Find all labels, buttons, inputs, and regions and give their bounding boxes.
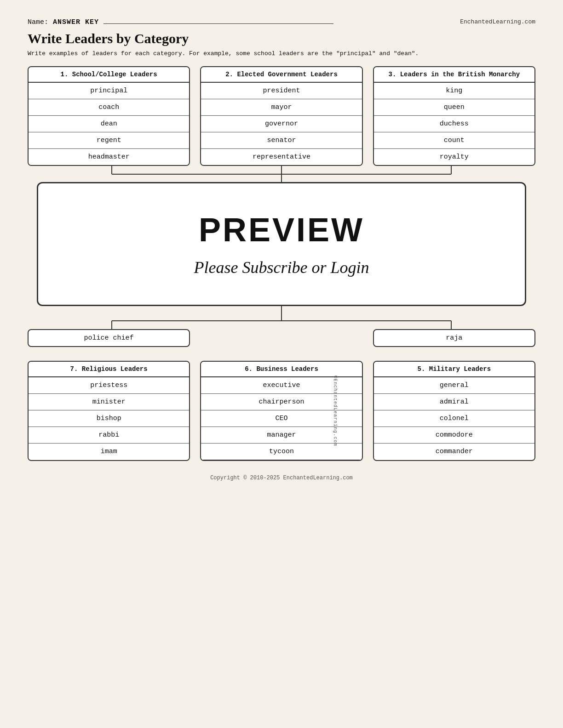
list-item: principal [29,83,189,99]
list-item: mayor [201,99,362,116]
cat7-header: 7. Religious Leaders [29,362,189,377]
list-item: duchess [374,116,534,132]
cat5-header: 5. Military Leaders [374,362,534,377]
list-item: queen [374,99,534,116]
name-underline [103,23,333,24]
list-item: governor [201,116,362,132]
cat6-header: 6. Business Leaders [201,362,362,377]
category-religious-leaders: 7. Religious Leaders priestess minister … [28,361,190,461]
list-item: headmaster [29,149,189,165]
bottom-connectors [28,306,535,329]
list-item: executive [201,377,362,394]
list-item: coach [29,99,189,116]
list-item: chairperson [201,394,362,410]
list-item: representative [201,149,362,165]
list-item: tycoon [201,444,362,460]
list-item: commodore [374,427,534,444]
list-item: rabbi [29,427,189,444]
partial-right-item: raja [374,330,534,346]
list-item: count [374,132,534,149]
list-item: minister [29,394,189,410]
list-item: colonel [374,410,534,427]
list-item: manager [201,427,362,444]
category-british-monarchy: 3. Leaders in the British Monarchy king … [373,66,535,166]
top-connectors [28,166,535,182]
top-categories: 1. School/College Leaders principal coac… [28,66,535,166]
watermark: ©EnchantedLearning.com [332,375,337,446]
list-item: CEO [201,410,362,427]
name-label: Name: [28,18,48,26]
cat3-header: 3. Leaders in the British Monarchy [374,67,534,83]
cat2-header: 2. Elected Government Leaders [201,67,362,83]
list-item: president [201,83,362,99]
list-item: regent [29,132,189,149]
list-item: commander [374,444,534,460]
list-item: admiral [374,394,534,410]
list-item: imam [29,444,189,460]
cat1-header: 1. School/College Leaders [29,67,189,83]
partial-left-item: police chief [29,330,189,346]
list-item: priestess [29,377,189,394]
list-item: king [374,83,534,99]
list-item: bishop [29,410,189,427]
partial-row: police chief raja [28,329,535,347]
list-item: dean [29,116,189,132]
category-elected-government: 2. Elected Government Leaders president … [200,66,362,166]
list-item: royalty [374,149,534,165]
category-school-college: 1. School/College Leaders principal coac… [28,66,190,166]
bottom-categories: 7. Religious Leaders priestess minister … [28,361,535,461]
partial-left-box: police chief [28,329,190,347]
preview-title: PREVIEW [52,211,511,249]
partial-right-box: raja [373,329,535,347]
preview-box: PREVIEW Please Subscribe or Login [37,182,526,306]
list-item: senator [201,132,362,149]
footer: Copyright © 2010-2025 EnchantedLearning.… [28,475,535,481]
category-military-leaders: 5. Military Leaders general admiral colo… [373,361,535,461]
list-item: general [374,377,534,394]
page-title: Write Leaders by Category [28,31,535,46]
site-url: EnchantedLearning.com [460,18,535,25]
name-value: ANSWER KEY [53,18,99,26]
instructions: Write examples of leaders for each categ… [28,50,535,57]
category-business-leaders: 6. Business Leaders executive chairperso… [200,361,362,461]
preview-subtitle: Please Subscribe or Login [52,258,511,277]
